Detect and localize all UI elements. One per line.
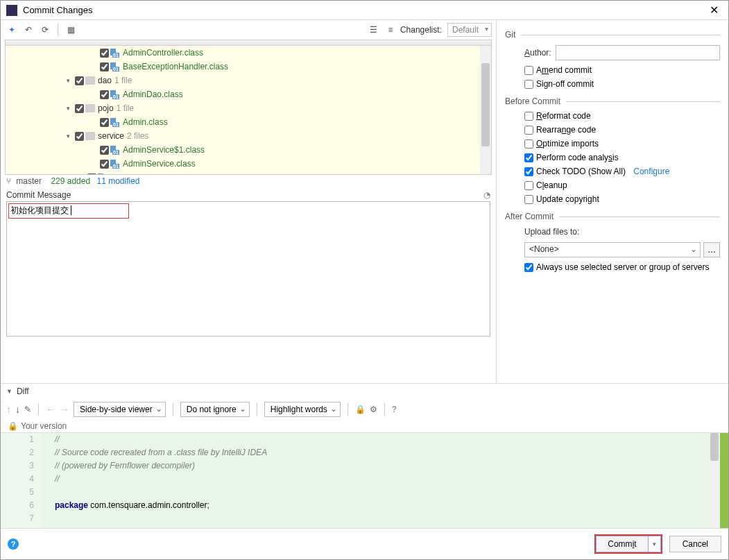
rearrange-checkbox[interactable] — [524, 126, 533, 135]
help-button[interactable]: ? — [8, 538, 19, 550]
prev-change-icon[interactable]: ↑ — [6, 404, 11, 415]
todo-checkbox[interactable] — [524, 167, 533, 176]
reformat-checkbox[interactable] — [524, 112, 533, 121]
git-section: Git — [505, 24, 720, 42]
cancel-button[interactable]: Cancel — [669, 536, 721, 552]
highlight-select[interactable]: Highlight words — [264, 402, 341, 417]
nav-back-icon[interactable]: ← — [46, 404, 55, 415]
close-icon[interactable]: ✕ — [705, 3, 723, 17]
copyright-checkbox[interactable] — [524, 195, 533, 204]
edit-icon[interactable]: ✎ — [24, 405, 31, 414]
author-input[interactable] — [556, 45, 720, 60]
changelist-select[interactable]: Default — [447, 23, 492, 37]
diff-editor[interactable]: 1234567 //// Source code recreated from … — [1, 432, 728, 528]
added-count: 229 added — [51, 176, 90, 186]
tree-checkbox[interactable] — [87, 173, 96, 176]
cleanup-checkbox[interactable] — [524, 181, 533, 190]
code-scrollbar[interactable] — [709, 433, 720, 528]
diff-toolbar: ↑ ↓ ✎ ← → Side-by-side viewer Do not ign… — [1, 399, 728, 420]
author-label: Author: — [524, 48, 551, 58]
tree-folder[interactable]: ▾dao1 file — [6, 74, 491, 87]
expand-arrow-icon[interactable]: ▾ — [67, 133, 75, 139]
tree-item-name: AdminService$1.class — [123, 145, 205, 155]
collapse-icon[interactable]: ≡ — [384, 23, 397, 37]
next-change-icon[interactable]: ↓ — [15, 404, 20, 415]
tree-item-name: Admin.class — [123, 117, 168, 127]
viewer-select[interactable]: Side-by-side viewer — [74, 402, 166, 417]
gear-icon[interactable]: ⚙ — [370, 405, 377, 414]
class-file-icon: 01 — [110, 49, 120, 57]
tree-file[interactable]: 01AdminDao.class — [6, 87, 491, 101]
history-icon[interactable]: ◔ — [483, 190, 490, 200]
tree-item-name: AdminService.class — [123, 159, 196, 169]
tree-checkbox[interactable] — [100, 62, 109, 71]
class-file-icon: 01 — [110, 62, 120, 71]
expand-arrow-icon[interactable]: ▾ — [67, 105, 75, 112]
tree-checkbox[interactable] — [75, 76, 84, 85]
optimize-checkbox[interactable] — [524, 139, 533, 149]
tree-checkbox[interactable] — [100, 146, 109, 155]
tree-checkbox[interactable] — [100, 90, 109, 99]
undo-icon[interactable]: ↶ — [22, 23, 35, 37]
tree-file[interactable]: 01AdminApplication.class — [6, 171, 491, 175]
always-server-checkbox[interactable] — [524, 263, 533, 272]
tree-folder[interactable]: ▾pojo1 file — [6, 101, 491, 115]
changes-tree[interactable]: 01AdminController.class01BaseExceptionHa… — [5, 40, 492, 175]
configure-link[interactable]: Configure — [633, 167, 669, 176]
app-icon — [6, 5, 17, 16]
tree-item-name: AdminController.class — [123, 48, 203, 58]
lock-icon[interactable]: 🔒 — [355, 405, 366, 414]
redo-icon[interactable]: ⟳ — [38, 23, 52, 37]
tree-item-name: AdminApplication.class — [110, 173, 196, 175]
nav-forward-icon[interactable]: → — [60, 404, 69, 415]
tree-item-count: 1 file — [117, 103, 134, 113]
class-file-icon: 01 — [110, 146, 120, 154]
changes-toolbar: ✦ ↶ ⟳ ▦ ☰ ≡ Changelist: Default — [1, 20, 496, 40]
diff-header[interactable]: ▼ Diff — [1, 384, 728, 399]
tree-checkbox[interactable] — [75, 132, 84, 141]
tree-item-name: BaseExceptionHandler.class — [123, 62, 228, 71]
titlebar: Commit Changes ✕ — [1, 1, 728, 20]
tree-checkbox[interactable] — [100, 118, 109, 127]
tree-item-count: 2 files — [127, 131, 148, 141]
upload-browse-button[interactable]: … — [703, 242, 720, 257]
overview-ruler — [720, 433, 728, 528]
commit-message-input[interactable]: 初始化项目提交 — [6, 201, 490, 337]
tree-checkbox[interactable] — [75, 104, 84, 113]
window-title: Commit Changes — [23, 5, 705, 15]
tree-item-name: service — [98, 131, 124, 141]
class-file-icon: 01 — [110, 160, 120, 168]
version-label: 🔒 Your version — [1, 420, 728, 432]
ignore-select[interactable]: Do not ignore — [180, 402, 250, 417]
tree-item-name: pojo — [98, 103, 114, 113]
tree-checkbox[interactable] — [100, 160, 109, 169]
tree-file[interactable]: 01Admin.class — [6, 115, 491, 129]
expand-arrow-icon[interactable]: ▾ — [67, 77, 75, 84]
upload-label: Upload files to: — [524, 227, 579, 237]
status-line: ⑂ master 229 added 11 modified — [1, 175, 496, 190]
group-icon[interactable]: ▦ — [64, 23, 78, 37]
commit-button[interactable]: Commit — [596, 536, 648, 552]
tree-checkbox[interactable] — [100, 49, 109, 58]
chevron-down-icon: ▼ — [6, 388, 12, 395]
refresh-icon[interactable]: ✦ — [5, 23, 19, 37]
help-icon[interactable]: ? — [392, 405, 397, 414]
tree-file[interactable]: 01BaseExceptionHandler.class — [6, 60, 491, 74]
tree-file[interactable]: 01AdminService$1.class — [6, 143, 491, 157]
expand-icon[interactable]: ☰ — [367, 23, 381, 37]
tree-scrollbar[interactable] — [480, 46, 491, 174]
changelist-label: Changelist: — [400, 25, 442, 35]
tree-item-name: dao — [98, 76, 112, 85]
tree-folder[interactable]: ▾service2 files — [6, 129, 491, 143]
tree-file[interactable]: 01AdminController.class — [6, 46, 491, 60]
commit-dropdown[interactable]: ▾ — [649, 536, 661, 552]
amend-checkbox[interactable] — [524, 66, 533, 75]
upload-select[interactable]: <None> — [524, 242, 701, 257]
lock-small-icon: 🔒 — [8, 421, 18, 431]
signoff-checkbox[interactable] — [524, 80, 533, 89]
tree-file[interactable]: 01AdminService.class — [6, 157, 491, 171]
analysis-checkbox[interactable] — [524, 153, 533, 162]
folder-icon — [85, 104, 95, 112]
amend-label: Amend commit — [536, 65, 592, 75]
branch-name: master — [16, 176, 42, 186]
